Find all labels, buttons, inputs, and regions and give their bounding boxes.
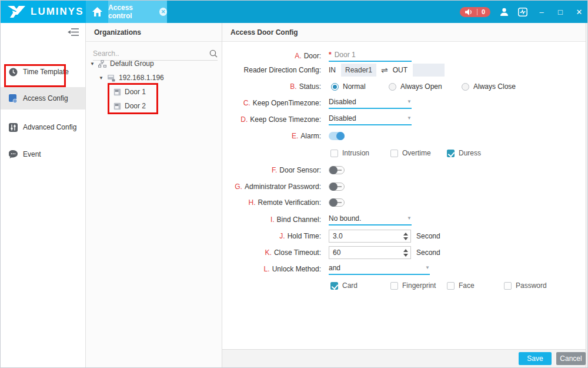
collapse-sidebar-icon[interactable] (68, 28, 79, 37)
checkbox-card[interactable]: Card (330, 279, 358, 293)
row-status: B.Status: Normal Always Open Always Clos… (222, 79, 576, 94)
cancel-button[interactable]: Cancel (556, 352, 586, 365)
sidebar-item-label: Access Config (23, 94, 68, 102)
caret-down-icon[interactable]: ▼ (99, 75, 107, 81)
field-label: H.Remote Verification: (222, 198, 321, 207)
keep-open-timezone-select[interactable]: Disabled ▼ (329, 98, 412, 109)
row-door-sensor: F.Door Sensor: (222, 163, 345, 177)
checkbox-overtime[interactable]: Overtime (390, 146, 431, 160)
door-name-input[interactable]: * Door 1 (329, 51, 412, 62)
checkbox-icon[interactable] (330, 282, 338, 290)
tab-access-control[interactable]: Access control ✕ (108, 1, 167, 23)
step-down-icon[interactable] (403, 237, 408, 240)
tree-item-default-group[interactable]: ▼ Default Group (90, 57, 154, 71)
field-label: E.Alarm: (222, 132, 321, 140)
keep-close-timezone-select[interactable]: Disabled ▼ (329, 114, 412, 125)
minimize-button[interactable]: – (537, 8, 546, 16)
close-button[interactable]: ✕ (574, 8, 584, 16)
row-admin-password: G.Administrator Password: (222, 180, 345, 194)
search-icon[interactable] (209, 49, 218, 58)
alarm-count: 0 (482, 8, 485, 15)
alarm-toggle[interactable] (329, 132, 345, 140)
checkbox-password[interactable]: Password (504, 279, 547, 293)
admin-password-toggle[interactable] (329, 183, 345, 191)
checkbox-face[interactable]: Face (447, 279, 475, 293)
field-letter: A. (295, 52, 301, 60)
home-icon (92, 7, 102, 16)
step-up-icon[interactable] (403, 249, 408, 252)
radio-always-close[interactable]: Always Close (462, 79, 516, 94)
alarm-badge[interactable]: 0 (460, 7, 490, 17)
field-label: K.Close Timeout: (222, 248, 321, 257)
field-label: I.Bind Channel: (222, 216, 321, 224)
checkbox-icon[interactable] (504, 282, 512, 290)
tree-item-device[interactable]: ▼ 192.168.1.196 (99, 71, 164, 85)
device-status-icon[interactable] (518, 8, 527, 16)
chat-bubble-icon (9, 150, 18, 158)
hold-time-input[interactable] (329, 232, 401, 240)
radio-button-icon[interactable] (462, 83, 469, 91)
user-icon[interactable] (500, 8, 509, 16)
home-button[interactable] (86, 1, 108, 23)
door-sensor-toggle[interactable] (329, 166, 345, 174)
radio-button-icon[interactable] (389, 83, 396, 91)
reader-out-button[interactable] (413, 64, 445, 77)
radio-button-icon[interactable] (331, 83, 339, 91)
row-door: A.Door: * Door 1 (222, 49, 412, 63)
checkbox-intrusion[interactable]: Intrusion (330, 146, 369, 160)
step-up-icon[interactable] (403, 233, 408, 236)
access-door-config-panel: Access Door Config A.Door: * Door 1 Read… (222, 23, 587, 367)
sidebar-item-access-config[interactable]: Access Config (1, 87, 85, 110)
tab-close-icon[interactable]: ✕ (159, 8, 167, 16)
bind-channel-select[interactable]: No bound. ▼ (329, 214, 412, 226)
dropdown-caret-icon: ▼ (407, 115, 412, 121)
row-close-timeout: K.Close Timeout: Second (222, 246, 440, 260)
tree-item-door-2[interactable]: Door 2 (113, 99, 146, 113)
stepper-arrows[interactable] (401, 233, 410, 240)
badge-divider (477, 9, 477, 15)
sidebar-item-time-template[interactable]: Time Template (1, 61, 85, 83)
tree-item-label: Door 2 (125, 102, 146, 110)
checkbox-duress[interactable]: Duress (447, 146, 481, 160)
field-label: A.Door: (222, 52, 321, 60)
checkbox-icon[interactable] (390, 150, 398, 157)
unlock-method-select[interactable]: and ▼ (329, 264, 430, 275)
tree-item-label: 192.168.1.196 (119, 74, 164, 82)
organizations-panel: Organizations ▼ Default Group ▼ (86, 23, 222, 367)
checkbox-icon[interactable] (390, 282, 398, 290)
sidebar-item-advanced-config[interactable]: Advanced Config (1, 116, 85, 138)
field-label: F.Door Sensor: (222, 166, 321, 174)
save-button[interactable]: Save (519, 352, 552, 365)
checkbox-icon[interactable] (447, 150, 455, 157)
row-hold-time: J.Hold Time: Second (222, 229, 440, 243)
stepper-arrows[interactable] (401, 249, 410, 257)
tree-item-door-1[interactable]: Door 1 (113, 85, 146, 99)
field-label: Reader Direction Config: (222, 66, 321, 74)
maximize-button[interactable]: □ (556, 8, 565, 16)
radio-normal[interactable]: Normal (331, 79, 366, 94)
checkbox-icon[interactable] (447, 282, 455, 290)
field-label: L.Unlock Method: (222, 265, 321, 273)
sliders-icon (9, 123, 18, 132)
close-timeout-stepper (329, 246, 411, 259)
tab-label: Access control (108, 4, 155, 20)
reader-in-button[interactable]: Reader1 (341, 64, 376, 77)
checkbox-fingerprint[interactable]: Fingerprint (390, 279, 436, 293)
remote-verification-toggle[interactable] (329, 198, 345, 207)
sidebar-item-event[interactable]: Event (1, 143, 85, 165)
brand-logo: LUMINYS (1, 1, 86, 23)
unit-label: Second (416, 232, 440, 240)
dropdown-caret-icon: ▼ (407, 216, 412, 221)
radio-always-open[interactable]: Always Open (389, 79, 442, 94)
checkbox-icon[interactable] (330, 150, 338, 157)
group-icon (98, 60, 106, 68)
step-down-icon[interactable] (403, 254, 408, 257)
row-unlock-method: L.Unlock Method: and ▼ (222, 262, 430, 276)
in-label: IN (329, 66, 336, 74)
swap-direction-icon[interactable]: ⇌ (381, 65, 388, 75)
caret-down-icon[interactable]: ▼ (90, 61, 98, 67)
sidebar-item-label: Event (23, 150, 41, 158)
footer-bar: Save Cancel (222, 349, 587, 367)
tree-item-label: Default Group (110, 59, 154, 68)
close-timeout-input[interactable] (329, 248, 401, 257)
